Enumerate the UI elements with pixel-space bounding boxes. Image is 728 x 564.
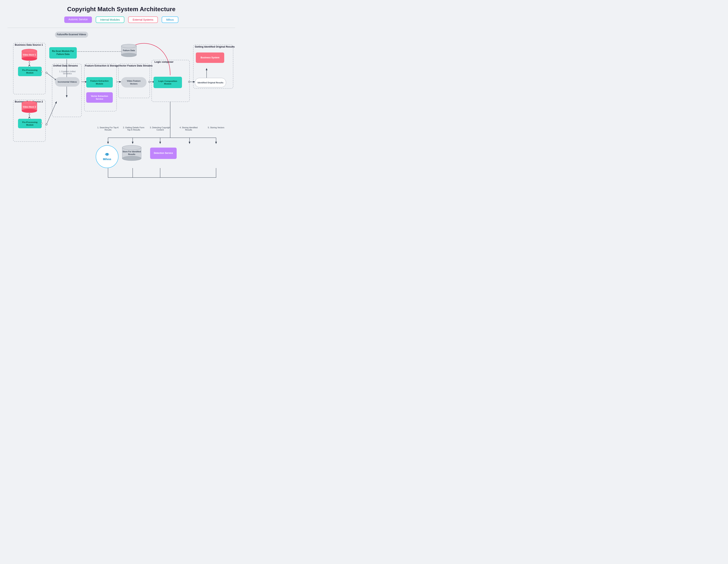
step1-label: 1. Searching For Top-K Results	[96, 126, 120, 131]
svg-rect-3	[84, 64, 117, 111]
svg-point-49	[122, 156, 141, 161]
page-title: Copyright Match System Architecture	[8, 6, 235, 13]
logic-title: Logic composer	[154, 60, 173, 63]
video-store2: Video Store 2	[21, 101, 38, 113]
connector1	[29, 62, 30, 63]
diagram: Business Data Source 1 Business Data Sou…	[8, 32, 235, 187]
vector-extraction: Vector Extraction Service	[86, 92, 113, 103]
video-store1: Video Store 1	[21, 49, 38, 61]
svg-point-18	[149, 81, 150, 83]
failure-videos: Failure/Re-Scanned Videos	[55, 32, 88, 38]
connector3	[29, 114, 30, 115]
failure-data: Failure Data	[120, 43, 137, 58]
svg-point-38	[121, 44, 136, 48]
preprocess2: Pre-Processing Module	[18, 119, 42, 128]
page: Copyright Match System Architecture Auto…	[0, 0, 243, 193]
video-feature-vectors: Video Feature Vectors	[121, 77, 147, 88]
step3-label: 3. Detecting Copyright Content	[148, 126, 172, 131]
svg-point-14	[46, 124, 47, 125]
legend: Automic Service Internal Modules Externa…	[8, 16, 235, 23]
feature-title: Feature Extraction & Storage	[85, 64, 119, 67]
legend-milvus: Milvus	[162, 16, 178, 23]
preprocess1: Pre-Processing Module	[18, 67, 42, 76]
legend-atomic: Automic Service	[64, 16, 92, 23]
svg-point-10	[46, 72, 47, 74]
unified-title: Unified Data Streams	[53, 64, 78, 67]
legend-external: External Systems	[128, 16, 158, 23]
rescan-module: Re-Scan Module For Failure Data	[49, 47, 77, 59]
svg-point-50	[122, 145, 141, 150]
bds1-title: Business Data Source 1	[15, 43, 43, 46]
milvus-node: 👁 Milvus	[96, 145, 118, 168]
detection-service: Detection Service	[150, 148, 177, 159]
feature-extraction: Feature Extraction Module	[86, 77, 113, 88]
step4-label: 4. Storing Identified Results	[177, 126, 200, 131]
step2-label: 2. Getting Details Form Top-K Results	[121, 126, 146, 131]
svg-line-13	[46, 102, 56, 125]
milvus-eye-icon: 👁	[105, 153, 109, 157]
unified-sub: 1. Establish Unified Semantics	[55, 71, 80, 75]
vector-title: Vector Feature Data Streams	[119, 64, 153, 67]
svg-point-37	[121, 53, 136, 57]
store-identified: Store For Identified Results	[121, 145, 142, 161]
logic-composition: Logic Composition Module	[154, 77, 182, 88]
connector4	[41, 123, 42, 124]
svg-point-20	[188, 81, 190, 83]
svg-point-42	[22, 49, 37, 53]
incremental-videos: Incremental Videos	[55, 77, 80, 87]
identified-original: Identified Original Results	[195, 78, 226, 87]
connector2	[41, 71, 42, 72]
svg-point-41	[22, 57, 37, 61]
business-system: Business System	[196, 53, 224, 63]
legend-internal: Internal Modules	[96, 16, 125, 23]
step5-label: 5. Storing Vectors	[205, 126, 227, 129]
svg-point-46	[22, 101, 37, 105]
svg-point-45	[22, 109, 37, 113]
milvus-label: Milvus	[103, 158, 111, 161]
getting-title: Getting Identified Original Results	[195, 45, 235, 48]
